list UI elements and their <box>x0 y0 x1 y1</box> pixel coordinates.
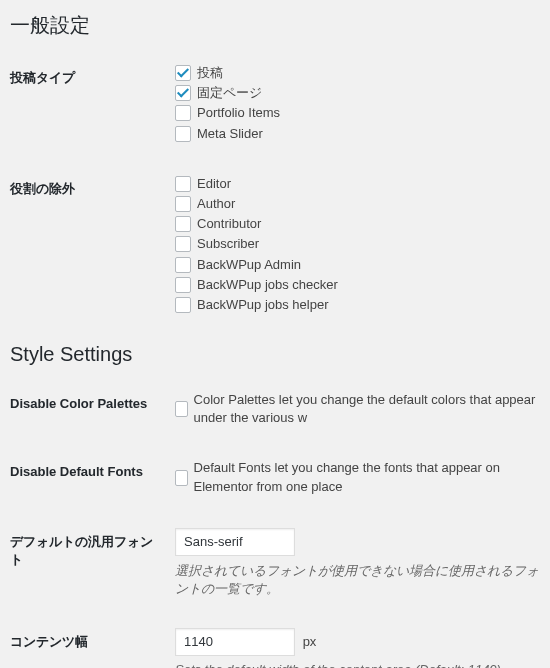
section-style-heading: Style Settings <box>0 331 550 376</box>
role-author-label: Author <box>197 195 235 213</box>
exclude-roles-label: 役割の除外 <box>0 160 165 331</box>
content-width-input[interactable] <box>175 628 295 656</box>
exclude-roles-cell: Editor Author Contributor Subscriber Bac… <box>165 160 550 331</box>
role-editor-label: Editor <box>197 175 231 193</box>
section-general-heading: 一般設定 <box>0 0 550 49</box>
disable-fonts-checkbox[interactable] <box>175 470 188 486</box>
content-width-label: コンテンツ幅 <box>0 613 165 668</box>
role-bwpup-admin-checkbox[interactable] <box>175 257 191 273</box>
generic-font-desc: 選択されているフォントが使用できない場合に使用されるフォントの一覧です。 <box>175 562 540 598</box>
content-width-desc: Sets the default width of the content ar… <box>175 662 540 668</box>
role-bwpup-checker-checkbox[interactable] <box>175 277 191 293</box>
disable-fonts-desc: Default Fonts let you change the fonts t… <box>194 459 540 495</box>
role-bwpup-checker-label: BackWPup jobs checker <box>197 276 338 294</box>
role-contributor-checkbox[interactable] <box>175 216 191 232</box>
role-editor-checkbox[interactable] <box>175 176 191 192</box>
role-subscriber-checkbox[interactable] <box>175 236 191 252</box>
generic-font-input[interactable] <box>175 528 295 556</box>
post-type-post-label: 投稿 <box>197 64 223 82</box>
post-type-metaslider-checkbox[interactable] <box>175 126 191 142</box>
post-type-portfolio-checkbox[interactable] <box>175 105 191 121</box>
role-bwpup-helper-checkbox[interactable] <box>175 297 191 313</box>
post-type-metaslider-label: Meta Slider <box>197 125 263 143</box>
disable-fonts-label: Disable Default Fonts <box>0 444 165 512</box>
disable-palettes-label: Disable Color Palettes <box>0 376 165 444</box>
role-author-checkbox[interactable] <box>175 196 191 212</box>
disable-palettes-checkbox[interactable] <box>175 401 188 417</box>
role-subscriber-label: Subscriber <box>197 235 259 253</box>
post-type-portfolio-label: Portfolio Items <box>197 104 280 122</box>
post-type-page-label: 固定ページ <box>197 84 262 102</box>
post-type-post-checkbox[interactable] <box>175 65 191 81</box>
role-bwpup-helper-label: BackWPup jobs helper <box>197 296 329 314</box>
role-contributor-label: Contributor <box>197 215 261 233</box>
post-types-label: 投稿タイプ <box>0 49 165 160</box>
disable-palettes-desc: Color Palettes let you change the defaul… <box>194 391 540 427</box>
content-width-unit: px <box>303 634 317 649</box>
role-bwpup-admin-label: BackWPup Admin <box>197 256 301 274</box>
generic-font-label: デフォルトの汎用フォント <box>0 513 165 613</box>
post-type-page-checkbox[interactable] <box>175 85 191 101</box>
post-types-cell: 投稿 固定ページ Portfolio Items Meta Slider <box>165 49 550 160</box>
